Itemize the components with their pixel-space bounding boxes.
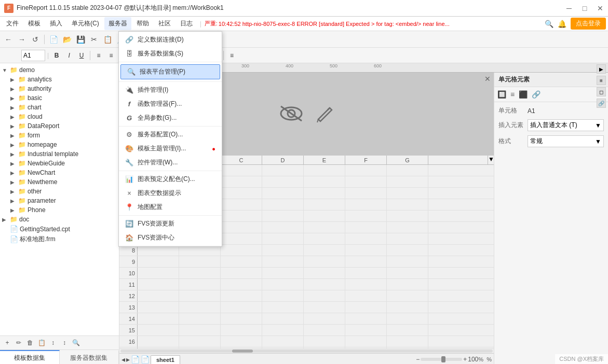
rp-format-select[interactable]: 常规 ▼ [528,135,604,147]
side-icon-2[interactable]: ≡ [597,76,606,85]
col-header-f[interactable]: F [345,156,387,164]
cell-F16[interactable] [345,336,387,347]
cell-E5[interactable] [304,211,345,222]
tree-item-other[interactable]: ▶ 📁 other [0,187,119,196]
cell-E9[interactable] [304,256,345,268]
tree-item-form[interactable]: ▶ 📁 form [0,131,119,140]
sheet-nav-left[interactable]: ◂ [121,355,125,363]
cell-C6[interactable] [221,222,262,233]
cell-F10[interactable] [345,268,387,279]
cell-G16[interactable] [387,336,428,347]
fmt-btn-bold[interactable]: B [51,50,62,61]
cell-C10[interactable] [221,268,262,279]
tree-item-newbieguide[interactable]: ▶ 📁 NewbieGuide [0,159,119,168]
cell-D7[interactable] [262,233,304,245]
dropdown-item-chartempty[interactable]: × 图表空数据提示 [119,186,222,200]
fmt-align-left[interactable]: ≡ [93,50,104,61]
cell-D10[interactable] [262,268,304,279]
cell-G4[interactable] [387,199,428,211]
close-button[interactable]: ✕ [597,5,604,12]
tree-item-industrial[interactable]: ▶ 📁 Industrial template [0,149,119,159]
search-icon[interactable]: 🔍 [545,20,553,28]
side-icon-4[interactable]: 🔗 [597,99,606,108]
cell-G7[interactable] [387,233,428,245]
cell-D6[interactable] [262,222,304,233]
tree-item-analytics[interactable]: ▶ 📁 analytics [0,75,119,84]
cell-A14[interactable] [138,313,179,325]
menu-help[interactable]: 帮助 [132,17,153,30]
cell-D3[interactable] [262,188,304,199]
tree-item-phone[interactable]: ▶ 📁 Phone [0,205,119,215]
cell-F11[interactable] [345,279,387,290]
cell-E3[interactable] [304,188,345,199]
cell-C14[interactable] [221,313,262,325]
tree-item-stdmap[interactable]: ▶ 📄 标准地图.frm [0,234,119,245]
cell-E10[interactable] [304,268,345,279]
rp-insert-select[interactable]: 插入普通文本 (T) ▼ [528,119,604,131]
sheet-plus-btn[interactable]: + [463,356,467,363]
cell-F5[interactable] [345,211,387,222]
cell-B16[interactable] [179,336,221,347]
cell-A11[interactable] [138,279,179,290]
cell-E15[interactable] [304,325,345,336]
tree-item-newchart[interactable]: ▶ 📁 NewChart [0,168,119,177]
h-scrollbar-thumb[interactable] [232,349,253,353]
side-icon-3[interactable]: ◻ [597,87,606,96]
lp-pencil-btn[interactable]: ✏ [13,338,24,348]
cell-E14[interactable] [304,313,345,325]
cell-B14[interactable] [179,313,221,325]
sheet-nav-right[interactable]: ▸ [126,355,130,363]
cell-F4[interactable] [345,199,387,211]
cell-D14[interactable] [262,313,304,325]
tree-item-basic[interactable]: ▶ 📁 basic [0,93,119,103]
cell-G11[interactable] [387,279,428,290]
cell-F15[interactable] [345,325,387,336]
maximize-button[interactable]: □ [581,5,588,12]
menu-template[interactable]: 模板 [24,17,45,30]
minimize-button[interactable]: ─ [565,5,573,12]
cell-F2[interactable] [345,176,387,188]
col-header-c[interactable]: C [221,156,262,164]
tree-item-datareport[interactable]: ▶ 📁 DataReport [0,121,119,131]
tree-item-homepage[interactable]: ▶ 📁 homepage [0,140,119,149]
cell-F6[interactable] [345,222,387,233]
cell-G13[interactable] [387,302,428,313]
cell-A9[interactable] [138,256,179,268]
cell-E16[interactable] [304,336,345,347]
cell-B12[interactable] [179,290,221,302]
cell-D1[interactable] [262,165,304,176]
lp-copy-btn[interactable]: 📋 [36,338,47,348]
cell-E2[interactable] [304,176,345,188]
fmt-btn-italic[interactable]: I [63,50,75,61]
dropdown-item-widgetmgr[interactable]: 🔧 控件管理(W)... [119,156,222,170]
toolbar-open[interactable]: 📂 [61,33,73,46]
cell-D15[interactable] [262,325,304,336]
cell-C11[interactable] [221,279,262,290]
cell-C2[interactable] [221,176,262,188]
col-scroll-btn[interactable]: ▼ [488,156,494,164]
cell-B11[interactable] [179,279,221,290]
toolbar-save[interactable]: 💾 [74,33,87,46]
tab-template-dataset[interactable]: 模板数据集 [0,350,60,364]
menu-insert[interactable]: 插入 [46,17,66,30]
dropdown-item-datasource[interactable]: 🔗 定义数据连接(D) [119,33,222,47]
cell-C7[interactable] [221,233,262,245]
toolbar-back[interactable]: ← [2,33,15,46]
cell-C9[interactable] [221,256,262,268]
col-header-g[interactable]: G [387,156,428,164]
login-button[interactable]: 点击登录 [571,18,606,30]
cell-B15[interactable] [179,325,221,336]
fmt-align-center[interactable]: ≡ [105,50,117,61]
zoom-slider[interactable] [421,358,462,361]
cell-G8[interactable] [387,245,428,256]
col-header-d[interactable]: D [262,156,304,164]
menu-log[interactable]: 日志 [176,17,197,30]
cell-G3[interactable] [387,188,428,199]
fmt-btn-underline[interactable]: U [76,50,87,61]
tree-item-doc[interactable]: ▶ 📁 doc [0,215,119,224]
toolbar-refresh[interactable]: ↺ [29,33,42,46]
sheet-close-btn[interactable]: ✕ [484,75,491,83]
cell-E12[interactable] [304,290,345,302]
rp-icon-2[interactable]: ≡ [509,89,516,100]
cell-D11[interactable] [262,279,304,290]
